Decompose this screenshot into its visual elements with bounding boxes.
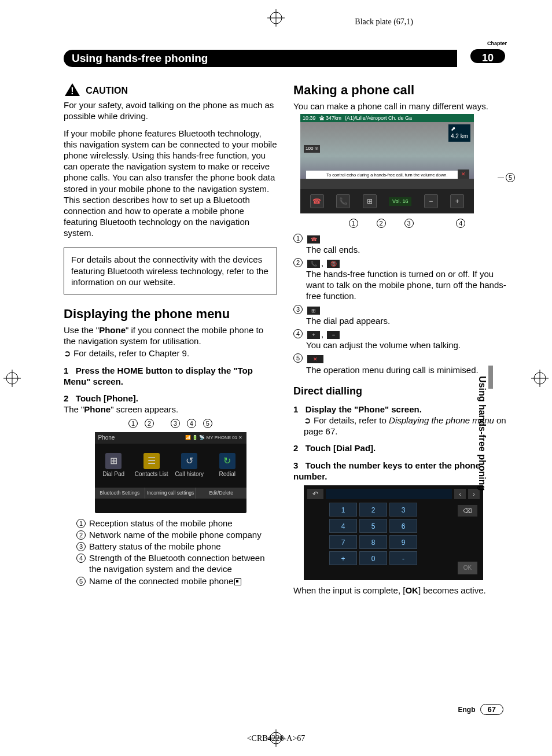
crop-mark-left [3, 370, 21, 387]
t: The " [64, 404, 84, 414]
footer-lang: Engb [458, 706, 476, 714]
t: Call history [175, 471, 204, 477]
key-4[interactable]: 4 [329, 519, 357, 533]
btn-back[interactable]: ↶ [307, 489, 323, 499]
crop-mark-top [267, 9, 285, 27]
btn-contacts-list[interactable]: ☰Contacts List [134, 453, 169, 478]
btn-end-call[interactable]: ☎ [310, 194, 324, 208]
chapter-label: Chapter [469, 40, 507, 46]
side-tab: Using hands-free phoning [501, 374, 509, 530]
key-3[interactable]: 3 [389, 503, 417, 517]
btn-redial[interactable]: ↻Redial [210, 453, 245, 478]
header-title: Using hands-free phoning [72, 52, 208, 65]
btn-call-history[interactable]: ↺Call history [172, 453, 207, 478]
d4: You can adjust the volume when talking. [306, 340, 461, 350]
keypad-icon: ⊞ [307, 307, 320, 315]
def4: Strength of the Bluetooth connection bet… [89, 552, 277, 574]
minus-icon: − [327, 331, 340, 339]
side-tab-text: Using hands-free phoning [477, 376, 487, 491]
btn-prev[interactable]: ‹ [454, 489, 466, 499]
dd-step-1: 1 Display the "Phone" screen. [293, 404, 507, 415]
t: OK [405, 585, 418, 595]
sec2-lead: You can make a phone call in many differ… [293, 101, 507, 112]
key-plus[interactable]: + [329, 551, 357, 565]
btn-vol-up[interactable]: + [450, 194, 464, 208]
step1-title: Press the HOME button to display the "To… [64, 366, 253, 386]
map-remain: 4.2 km [451, 133, 468, 139]
intro-text: If your mobile phone features Bluetooth … [64, 128, 277, 239]
page-number: 67 [480, 704, 503, 715]
btn-vol-down[interactable]: − [424, 194, 438, 208]
volume-label: Vol. 16 [389, 197, 412, 206]
t: Phone [84, 404, 111, 414]
t: ] becomes active. [418, 585, 486, 595]
step-2: 2 Touch [Phone]. [64, 393, 277, 404]
pointer-icon: ➲ [64, 348, 71, 359]
btn-ok[interactable]: OK [458, 562, 477, 574]
t: Dial Pad [102, 471, 124, 477]
left-column: ! CAUTION For your safety, avoid talking… [64, 82, 277, 597]
right-column: Making a phone call You can make a phone… [293, 82, 507, 597]
t: Phone [99, 325, 126, 335]
key-7[interactable]: 7 [329, 535, 357, 549]
map-echo-msg: To control echo during a hands-free call… [306, 171, 468, 179]
step2-result: The "Phone" screen appears. [64, 404, 277, 415]
note-box: For details about the connectivity with … [64, 248, 277, 294]
call-callout-defs: 1☎The call ends. 2📞, 📵The hands-free fun… [293, 233, 507, 375]
def3: Battery status of the mobile phone [89, 541, 221, 552]
section-making-call: Making a phone call [293, 82, 507, 98]
btn-handsfree-toggle[interactable]: 📞 [336, 194, 350, 208]
key-5[interactable]: 5 [359, 519, 387, 533]
phone-ss-device: MY PHONE 01 [207, 435, 238, 440]
btn-dialpad[interactable]: ⊞ [363, 194, 377, 208]
hf-on-icon: 📞 [307, 260, 320, 268]
dd2: Touch [Dial Pad]. [306, 443, 376, 453]
dd-step-3: 3 Touch the number keys to enter the pho… [293, 460, 507, 482]
map-callouts: 123 4 [307, 217, 507, 228]
d5: The operation menu during call is minimi… [306, 365, 479, 375]
btn-minimise[interactable]: ✕ [458, 169, 469, 179]
btn-delete[interactable]: ⌫ [458, 505, 477, 517]
section-displaying-phone-menu: Displaying the phone menu [64, 306, 277, 322]
plate-label: Black plate (67,1) [355, 17, 413, 27]
pointer-icon: ➲ [304, 415, 311, 426]
step2-title: Touch [Phone]. [76, 393, 138, 403]
btn-dial-pad[interactable]: ⊞Dial Pad [96, 453, 131, 478]
d3: The dial pad appears. [306, 316, 390, 326]
map-time: 10:39 [303, 115, 316, 122]
key-dash[interactable]: - [389, 551, 417, 565]
crb-code: <CRB4228-A>67 [247, 734, 306, 743]
in-call-map-screen: 10:39 🛣 347km (A1)/Lille/Aéroport Ch. de… [300, 114, 474, 213]
btn-edit-delete[interactable]: Edit/Delete [196, 488, 246, 499]
t: For details, refer to Chapter 9. [73, 348, 189, 358]
dd-step-2: 2 Touch [Dial Pad]. [293, 442, 507, 453]
number-field[interactable] [326, 489, 452, 499]
btn-incoming-call-settings[interactable]: Incoming call settings [145, 488, 196, 499]
key-9[interactable]: 9 [389, 535, 417, 549]
plus-icon: + [307, 331, 320, 339]
key-1[interactable]: 1 [329, 503, 357, 517]
phone-callout-defs: 1Reception status of the mobile phone 2N… [64, 518, 277, 587]
dd3: Touch the number keys to enter the phone… [293, 460, 480, 481]
key-2[interactable]: 2 [359, 503, 387, 517]
sec1-lead: Use the "Phone" if you connect the mobil… [64, 324, 277, 346]
d1: The call ends. [306, 245, 360, 255]
t: Use the " [64, 325, 99, 335]
def2: Network name of the mobile phone company [89, 529, 262, 540]
caution-icon: ! [64, 82, 81, 99]
t: For details, refer to [314, 415, 389, 425]
map-route: (A1)/Lille/Aéroport Ch. de Ga [345, 115, 472, 122]
key-0[interactable]: 0 [359, 551, 387, 565]
chapter-number: 10 [469, 47, 507, 65]
btn-bluetooth-settings[interactable]: Bluetooth Settings [95, 488, 146, 499]
def1: Reception status of the mobile phone [89, 518, 233, 529]
map-scale: 100 m [304, 145, 320, 152]
page-header: Using hands-free phoning Chapter 10 [64, 50, 507, 67]
caution-heading: CAUTION [86, 86, 128, 95]
t: Contacts List [135, 471, 168, 477]
key-8[interactable]: 8 [359, 535, 387, 549]
svg-text:!: ! [71, 86, 73, 96]
key-6[interactable]: 6 [389, 519, 417, 533]
end-call-icon: ☎ [307, 235, 320, 244]
t: Redial [219, 471, 235, 477]
